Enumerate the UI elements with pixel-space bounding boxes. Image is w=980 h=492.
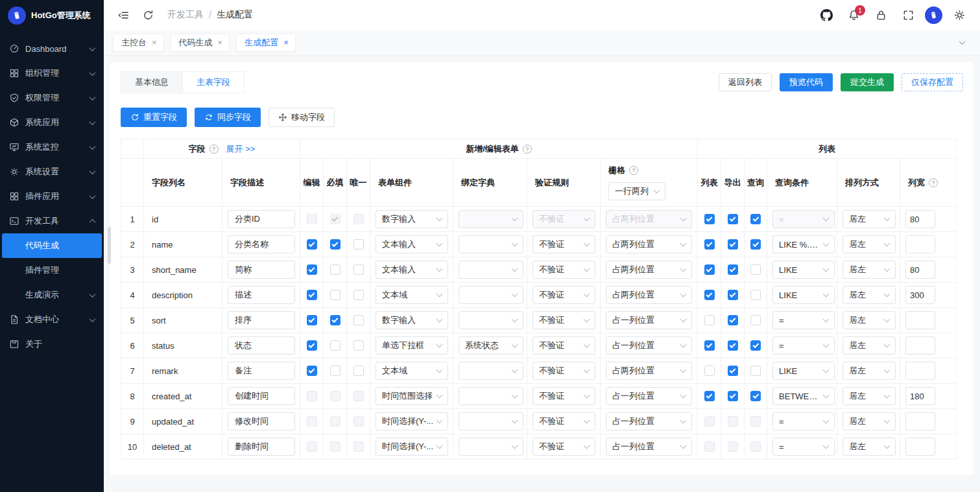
condition-select[interactable]: LIKE [772, 261, 835, 279]
component-select[interactable]: 文本输入 [376, 235, 448, 253]
align-select[interactable]: 居左 [843, 387, 896, 405]
required-checkbox[interactable] [330, 340, 341, 351]
back-to-list-button[interactable]: 返回列表 [719, 73, 772, 91]
query-checkbox[interactable] [750, 391, 761, 401]
tab-main-fields[interactable]: 主表字段 [182, 71, 245, 93]
close-icon[interactable]: × [152, 38, 157, 47]
grid-select[interactable]: 占两列位置 [606, 235, 692, 253]
component-select[interactable]: 时间选择(Y-... [376, 412, 448, 430]
required-checkbox[interactable] [330, 239, 341, 250]
condition-select[interactable]: BETWEEN [772, 387, 835, 405]
reset-fields-button[interactable]: 重置字段 [121, 108, 187, 127]
condition-select[interactable]: = [772, 336, 835, 355]
fullscreen-icon[interactable] [898, 5, 918, 25]
align-select[interactable]: 居左 [843, 412, 896, 430]
list-checkbox[interactable] [704, 290, 715, 300]
field-desc-input[interactable] [228, 261, 295, 279]
save-config-only-button[interactable]: 仅保存配置 [902, 73, 963, 91]
help-icon[interactable]: ? [629, 166, 638, 175]
align-select[interactable]: 居左 [843, 286, 896, 304]
list-checkbox[interactable] [704, 315, 715, 325]
help-icon[interactable]: ? [523, 145, 532, 154]
export-checkbox[interactable] [728, 315, 738, 325]
grid-select[interactable]: 占一列位置 [606, 438, 692, 456]
align-select[interactable]: 居左 [843, 362, 896, 380]
query-checkbox[interactable] [750, 290, 761, 300]
sidebar-subitem-生成演示[interactable]: 生成演示 [0, 283, 104, 307]
tab-basic-info[interactable]: 基本信息 [121, 71, 183, 93]
field-desc-input[interactable] [228, 210, 295, 228]
dict-select[interactable] [459, 235, 523, 253]
settings-gear-icon[interactable] [949, 5, 970, 25]
rule-select[interactable]: 不验证 [532, 412, 595, 430]
list-checkbox[interactable] [704, 214, 715, 224]
width-input[interactable] [905, 311, 935, 329]
sidebar-subitem-插件管理[interactable]: 插件管理 [0, 258, 104, 283]
expand-link[interactable]: 展开 >> [226, 143, 256, 155]
sync-fields-button[interactable]: 同步字段 [195, 108, 261, 127]
query-checkbox[interactable] [750, 315, 761, 325]
avatar[interactable] [925, 6, 942, 24]
tabbar-chevron-down-icon[interactable] [953, 40, 971, 45]
dict-select[interactable] [459, 362, 523, 380]
submit-generate-button[interactable]: 提交生成 [841, 73, 894, 91]
width-input[interactable] [905, 235, 935, 253]
move-fields-button[interactable]: 移动字段 [269, 108, 335, 127]
width-input[interactable] [905, 412, 935, 430]
rule-select[interactable]: 不验证 [532, 336, 595, 355]
export-checkbox[interactable] [728, 264, 738, 275]
sidebar-item-开发工具[interactable]: 开发工具 [0, 209, 104, 233]
breadcrumb-parent[interactable]: 开发工具 [167, 9, 204, 21]
sidebar-item-系统监控[interactable]: 系统监控 [0, 135, 104, 159]
sidebar-scrollbar[interactable] [108, 227, 111, 264]
width-input[interactable] [905, 438, 935, 456]
component-select[interactable]: 数字输入 [376, 210, 448, 228]
export-checkbox[interactable] [728, 391, 738, 401]
condition-select[interactable]: = [772, 311, 835, 329]
condition-select[interactable]: = [772, 438, 835, 456]
dict-select[interactable] [459, 311, 523, 329]
width-input[interactable] [905, 261, 935, 279]
unique-checkbox[interactable] [353, 340, 364, 351]
notification-bell-icon[interactable]: 1 [843, 5, 864, 25]
grid-select[interactable]: 占一列位置 [606, 387, 692, 405]
sidebar-item-组织管理[interactable]: 组织管理 [0, 61, 104, 86]
sidebar-item-Dashboard[interactable]: Dashboard [0, 36, 104, 61]
query-checkbox[interactable] [750, 239, 761, 250]
rule-select[interactable]: 不验证 [532, 438, 595, 456]
export-checkbox[interactable] [728, 290, 738, 300]
nav-tab-生成配置[interactable]: 生成配置× [236, 34, 296, 52]
align-select[interactable]: 居左 [843, 438, 896, 456]
align-select[interactable]: 居左 [843, 336, 896, 355]
width-input[interactable] [905, 210, 935, 228]
list-checkbox[interactable] [704, 264, 715, 275]
edit-checkbox[interactable] [307, 340, 317, 351]
sidebar-item-权限管理[interactable]: 权限管理 [0, 86, 104, 110]
field-desc-input[interactable] [228, 286, 295, 304]
align-select[interactable]: 居左 [843, 311, 896, 329]
export-checkbox[interactable] [728, 340, 738, 351]
export-checkbox[interactable] [728, 366, 738, 376]
dict-select[interactable] [459, 387, 523, 405]
edit-checkbox[interactable] [307, 366, 317, 376]
grid-select[interactable]: 占一列位置 [606, 311, 692, 329]
unique-checkbox[interactable] [353, 290, 364, 300]
unique-checkbox[interactable] [353, 264, 364, 275]
condition-select[interactable]: = [772, 412, 835, 430]
help-icon[interactable]: ? [929, 178, 938, 187]
list-checkbox[interactable] [704, 239, 715, 250]
preview-code-button[interactable]: 预览代码 [780, 73, 833, 91]
export-checkbox[interactable] [728, 214, 738, 224]
sidebar-subitem-代码生成[interactable]: 代码生成 [2, 233, 102, 258]
grid-select[interactable]: 占两列位置 [606, 286, 692, 304]
edit-checkbox[interactable] [307, 239, 317, 250]
rule-select[interactable]: 不验证 [532, 235, 595, 253]
field-desc-input[interactable] [228, 412, 295, 430]
query-checkbox[interactable] [750, 264, 761, 275]
component-select[interactable]: 时间范围选择 [376, 387, 448, 405]
field-desc-input[interactable] [228, 438, 295, 456]
edit-checkbox[interactable] [307, 290, 317, 300]
width-input[interactable] [905, 336, 935, 355]
grid-select[interactable]: 占一列位置 [606, 412, 692, 430]
help-icon[interactable]: ? [209, 145, 219, 154]
